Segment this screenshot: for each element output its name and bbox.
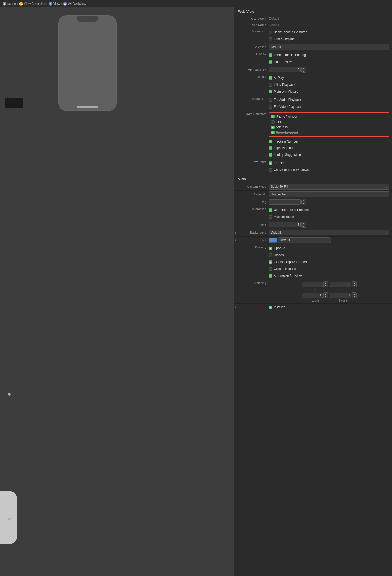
cb-hidden[interactable] [269,253,272,257]
alpha-input[interactable] [269,222,301,227]
checkbox-row-opaque: ✓ Opaque [269,246,389,251]
label-javascript: JavaScript [234,160,269,164]
tag-input[interactable] [269,199,301,205]
cb-findreplace[interactable] [269,37,272,41]
cb-label-userint: User Interaction Enabled [274,208,309,212]
stretch-h-up[interactable]: ▲ [352,293,356,295]
cb-linkpreview[interactable]: ✓ [269,60,272,64]
tag-up[interactable]: ▲ [302,199,306,202]
cb-phone[interactable]: ✓ [271,115,275,118]
stretch-w-down[interactable]: ▼ [324,295,328,298]
cb-airplay[interactable]: ✓ [269,76,272,80]
cb-pip[interactable]: ✓ [269,90,272,93]
row-tint: + Tint Default [234,237,392,244]
cb-clips[interactable] [269,267,272,271]
minfontsize-up[interactable]: ▲ [302,67,306,70]
stretch-x-down[interactable]: ▼ [324,284,328,287]
alpha-up[interactable]: ▲ [302,222,306,225]
cb-link[interactable] [271,120,275,124]
cb-flight[interactable]: ✓ [269,146,272,150]
canvas-dot-bottom [8,518,11,520]
row-user-agent: User Agent Default [234,15,392,22]
stretch-x-up[interactable]: ▲ [324,282,328,284]
cb-userint[interactable]: ✓ [269,208,272,212]
dropdown-selection[interactable]: Default [269,44,389,50]
stretch-y-up[interactable]: ▲ [352,282,356,284]
dropdown-semantic[interactable]: Unspecified [269,191,389,197]
checkbox-row-video: For Video Playback [269,104,389,109]
control-alpha: ▲ ▼ [269,222,392,228]
label-background: Background [238,231,269,234]
control-background: Default [269,230,392,235]
stretch-y-input[interactable] [330,282,351,287]
row-alpha: Alpha ▲ ▼ [234,221,392,229]
cb-label-calendar: Calendar Event [276,131,298,134]
cb-tracking[interactable]: ✓ [269,140,272,143]
cb-lookup[interactable]: ✓ [269,153,272,157]
canvas-area [0,7,234,576]
cb-label-address: Address [276,125,288,129]
row-selection: Selection Default [234,43,392,51]
label-y: Y [330,288,356,291]
minfontsize-down[interactable]: ▼ [302,70,306,72]
installed-plus[interactable]: + [234,305,238,309]
control-drawing: ✓ Opaque Hidden ✓ Clears Graphics Contex… [269,246,392,278]
checkbox-row-address: ✓ Address [271,124,387,130]
breadcrumb-wkwv-label: Wk Webview [68,2,86,6]
stretch-h-down[interactable]: ▼ [352,295,356,298]
stretch-h-input[interactable] [330,293,351,298]
tint-plus[interactable]: + [234,238,238,242]
label-semantic: Semantic [234,193,269,196]
label-tag: Tag [234,200,269,204]
row-javascript: JavaScript ✓ Enabled Can Auto-open Windo… [234,159,392,174]
cb-enabled[interactable]: ✓ [269,161,272,165]
checkbox-row-inline: Inline Playback [269,82,389,87]
phone-preview [58,15,117,111]
dropdown-tint[interactable]: Default [278,237,331,243]
breadcrumb-view[interactable]: V View [49,2,60,6]
stretch-w-input[interactable] [302,293,323,298]
cb-audio[interactable] [269,98,272,102]
breadcrumb-wkwv[interactable]: W Wk Webview [63,2,86,6]
alpha-down[interactable]: ▼ [302,225,306,227]
cb-incremental[interactable]: ✓ [269,53,272,57]
cb-installed[interactable]: ✓ [269,306,272,309]
cb-multitouch[interactable] [269,215,272,219]
cb-autoopen[interactable] [269,168,272,172]
breadcrumb-vc[interactable]: VC View Controller [19,2,45,6]
phone-home-bar [77,106,98,108]
view-icon: V [49,2,52,6]
cb-clears[interactable]: ✓ [269,260,272,264]
stretch-y-down[interactable]: ▼ [352,284,356,287]
cb-opaque[interactable]: ✓ [269,247,272,250]
control-selection: Default [269,44,392,50]
background-plus[interactable]: + [234,231,238,235]
inspector-panel: Web View User Agent Default App Name Def… [234,7,392,576]
breadcrumb-scene[interactable]: S scene [3,2,16,6]
control-stretching: ▲ ▼ ▲ ▼ X Y [269,281,392,302]
stretching-wh-labels: Width Height [302,299,356,302]
minfontsize-input[interactable] [269,67,301,72]
row-installed: + ✓ Installed [234,304,392,311]
cb-backforward[interactable] [269,31,272,34]
checkbox-row-calendar: ✓ Calendar Event [271,130,387,135]
cb-autoresize[interactable]: ✓ [269,274,272,278]
cb-address[interactable]: ✓ [271,126,275,129]
phone-frame [58,15,117,111]
label-interaction-media: Interaction [234,97,269,100]
cb-calendar[interactable]: ✓ [271,131,275,134]
stretch-w-up[interactable]: ▲ [324,293,328,295]
tag-down[interactable]: ▼ [302,202,306,205]
dropdown-content-mode[interactable]: Scale To Fill [269,184,389,190]
checkbox-row-flight: ✓ Flight Number [269,145,389,151]
label-display: Display [234,52,269,55]
tint-color-swatch[interactable] [269,238,277,243]
checkbox-row-audio: For Audio Playback [269,97,389,102]
control-interaction-view: ✓ User Interaction Enabled Multiple Touc… [269,207,392,220]
cb-inline[interactable] [269,83,272,87]
cb-label-opaque: Opaque [274,246,285,250]
cb-video[interactable] [269,105,272,109]
stretch-x-input[interactable] [302,282,323,287]
dropdown-background[interactable]: Default [269,230,389,235]
checkbox-row-clears: ✓ Clears Graphics Context [269,259,389,265]
